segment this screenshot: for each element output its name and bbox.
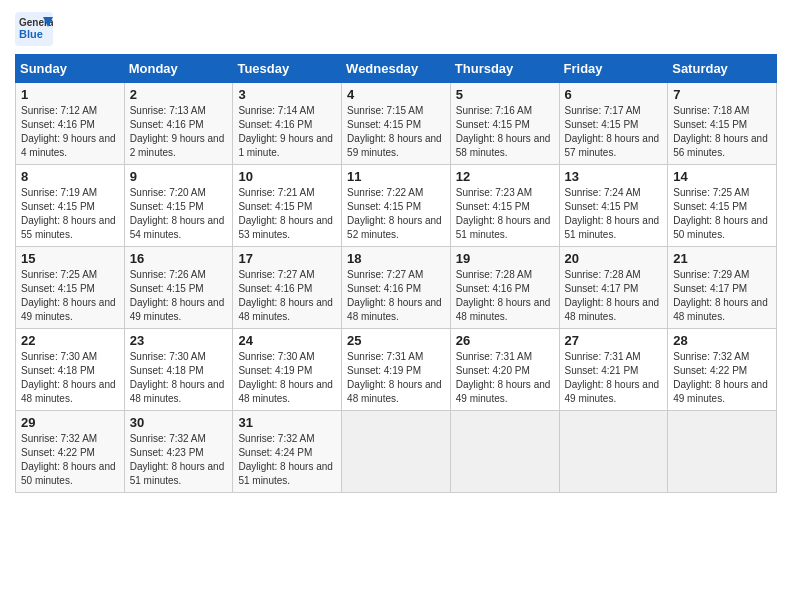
day-number: 24	[238, 333, 336, 348]
calendar-cell: 3Sunrise: 7:14 AMSunset: 4:16 PMDaylight…	[233, 83, 342, 165]
day-number: 19	[456, 251, 554, 266]
day-number: 18	[347, 251, 445, 266]
calendar-cell: 31Sunrise: 7:32 AMSunset: 4:24 PMDayligh…	[233, 411, 342, 493]
calendar-cell	[342, 411, 451, 493]
calendar-cell: 5Sunrise: 7:16 AMSunset: 4:15 PMDaylight…	[450, 83, 559, 165]
day-number: 6	[565, 87, 663, 102]
day-number: 20	[565, 251, 663, 266]
calendar-cell: 16Sunrise: 7:26 AMSunset: 4:15 PMDayligh…	[124, 247, 233, 329]
calendar-cell: 11Sunrise: 7:22 AMSunset: 4:15 PMDayligh…	[342, 165, 451, 247]
day-info: Sunrise: 7:17 AMSunset: 4:15 PMDaylight:…	[565, 104, 663, 160]
day-info: Sunrise: 7:28 AMSunset: 4:17 PMDaylight:…	[565, 268, 663, 324]
day-info: Sunrise: 7:30 AMSunset: 4:19 PMDaylight:…	[238, 350, 336, 406]
day-info: Sunrise: 7:13 AMSunset: 4:16 PMDaylight:…	[130, 104, 228, 160]
day-number: 16	[130, 251, 228, 266]
logo-icon: General Blue	[15, 12, 53, 46]
day-info: Sunrise: 7:27 AMSunset: 4:16 PMDaylight:…	[238, 268, 336, 324]
day-info: Sunrise: 7:15 AMSunset: 4:15 PMDaylight:…	[347, 104, 445, 160]
day-info: Sunrise: 7:29 AMSunset: 4:17 PMDaylight:…	[673, 268, 771, 324]
day-info: Sunrise: 7:26 AMSunset: 4:15 PMDaylight:…	[130, 268, 228, 324]
calendar-cell: 7Sunrise: 7:18 AMSunset: 4:15 PMDaylight…	[668, 83, 777, 165]
calendar-cell: 25Sunrise: 7:31 AMSunset: 4:19 PMDayligh…	[342, 329, 451, 411]
day-info: Sunrise: 7:32 AMSunset: 4:24 PMDaylight:…	[238, 432, 336, 488]
day-info: Sunrise: 7:31 AMSunset: 4:21 PMDaylight:…	[565, 350, 663, 406]
day-number: 3	[238, 87, 336, 102]
day-number: 4	[347, 87, 445, 102]
day-info: Sunrise: 7:28 AMSunset: 4:16 PMDaylight:…	[456, 268, 554, 324]
page-header: General Blue	[15, 10, 777, 46]
calendar-cell: 18Sunrise: 7:27 AMSunset: 4:16 PMDayligh…	[342, 247, 451, 329]
day-number: 29	[21, 415, 119, 430]
day-info: Sunrise: 7:30 AMSunset: 4:18 PMDaylight:…	[21, 350, 119, 406]
calendar-cell: 2Sunrise: 7:13 AMSunset: 4:16 PMDaylight…	[124, 83, 233, 165]
day-number: 21	[673, 251, 771, 266]
day-info: Sunrise: 7:16 AMSunset: 4:15 PMDaylight:…	[456, 104, 554, 160]
calendar-cell: 10Sunrise: 7:21 AMSunset: 4:15 PMDayligh…	[233, 165, 342, 247]
day-number: 14	[673, 169, 771, 184]
calendar-cell	[450, 411, 559, 493]
day-info: Sunrise: 7:21 AMSunset: 4:15 PMDaylight:…	[238, 186, 336, 242]
day-number: 26	[456, 333, 554, 348]
day-info: Sunrise: 7:27 AMSunset: 4:16 PMDaylight:…	[347, 268, 445, 324]
col-friday: Friday	[559, 55, 668, 83]
col-wednesday: Wednesday	[342, 55, 451, 83]
calendar-cell: 6Sunrise: 7:17 AMSunset: 4:15 PMDaylight…	[559, 83, 668, 165]
day-info: Sunrise: 7:12 AMSunset: 4:16 PMDaylight:…	[21, 104, 119, 160]
day-number: 10	[238, 169, 336, 184]
day-info: Sunrise: 7:19 AMSunset: 4:15 PMDaylight:…	[21, 186, 119, 242]
day-info: Sunrise: 7:32 AMSunset: 4:22 PMDaylight:…	[673, 350, 771, 406]
calendar-cell: 29Sunrise: 7:32 AMSunset: 4:22 PMDayligh…	[16, 411, 125, 493]
svg-text:Blue: Blue	[19, 28, 43, 40]
day-number: 11	[347, 169, 445, 184]
day-info: Sunrise: 7:23 AMSunset: 4:15 PMDaylight:…	[456, 186, 554, 242]
calendar-cell: 8Sunrise: 7:19 AMSunset: 4:15 PMDaylight…	[16, 165, 125, 247]
calendar-cell: 24Sunrise: 7:30 AMSunset: 4:19 PMDayligh…	[233, 329, 342, 411]
day-number: 23	[130, 333, 228, 348]
day-info: Sunrise: 7:31 AMSunset: 4:19 PMDaylight:…	[347, 350, 445, 406]
col-thursday: Thursday	[450, 55, 559, 83]
calendar-cell: 21Sunrise: 7:29 AMSunset: 4:17 PMDayligh…	[668, 247, 777, 329]
calendar-cell: 12Sunrise: 7:23 AMSunset: 4:15 PMDayligh…	[450, 165, 559, 247]
calendar-cell: 26Sunrise: 7:31 AMSunset: 4:20 PMDayligh…	[450, 329, 559, 411]
day-number: 9	[130, 169, 228, 184]
day-number: 12	[456, 169, 554, 184]
day-info: Sunrise: 7:18 AMSunset: 4:15 PMDaylight:…	[673, 104, 771, 160]
calendar-cell: 1Sunrise: 7:12 AMSunset: 4:16 PMDaylight…	[16, 83, 125, 165]
col-sunday: Sunday	[16, 55, 125, 83]
calendar-cell: 15Sunrise: 7:25 AMSunset: 4:15 PMDayligh…	[16, 247, 125, 329]
day-number: 8	[21, 169, 119, 184]
calendar-cell: 27Sunrise: 7:31 AMSunset: 4:21 PMDayligh…	[559, 329, 668, 411]
calendar-week-5: 29Sunrise: 7:32 AMSunset: 4:22 PMDayligh…	[16, 411, 777, 493]
calendar-week-2: 8Sunrise: 7:19 AMSunset: 4:15 PMDaylight…	[16, 165, 777, 247]
day-info: Sunrise: 7:22 AMSunset: 4:15 PMDaylight:…	[347, 186, 445, 242]
calendar-table: Sunday Monday Tuesday Wednesday Thursday…	[15, 54, 777, 493]
day-number: 2	[130, 87, 228, 102]
calendar-cell: 23Sunrise: 7:30 AMSunset: 4:18 PMDayligh…	[124, 329, 233, 411]
day-number: 22	[21, 333, 119, 348]
day-info: Sunrise: 7:31 AMSunset: 4:20 PMDaylight:…	[456, 350, 554, 406]
day-info: Sunrise: 7:30 AMSunset: 4:18 PMDaylight:…	[130, 350, 228, 406]
calendar-week-4: 22Sunrise: 7:30 AMSunset: 4:18 PMDayligh…	[16, 329, 777, 411]
day-number: 7	[673, 87, 771, 102]
day-number: 13	[565, 169, 663, 184]
calendar-cell: 9Sunrise: 7:20 AMSunset: 4:15 PMDaylight…	[124, 165, 233, 247]
calendar-cell: 19Sunrise: 7:28 AMSunset: 4:16 PMDayligh…	[450, 247, 559, 329]
day-number: 5	[456, 87, 554, 102]
day-info: Sunrise: 7:25 AMSunset: 4:15 PMDaylight:…	[21, 268, 119, 324]
calendar-cell: 14Sunrise: 7:25 AMSunset: 4:15 PMDayligh…	[668, 165, 777, 247]
day-number: 27	[565, 333, 663, 348]
day-number: 28	[673, 333, 771, 348]
day-number: 25	[347, 333, 445, 348]
calendar-cell: 17Sunrise: 7:27 AMSunset: 4:16 PMDayligh…	[233, 247, 342, 329]
day-info: Sunrise: 7:24 AMSunset: 4:15 PMDaylight:…	[565, 186, 663, 242]
day-number: 30	[130, 415, 228, 430]
day-info: Sunrise: 7:14 AMSunset: 4:16 PMDaylight:…	[238, 104, 336, 160]
day-info: Sunrise: 7:25 AMSunset: 4:15 PMDaylight:…	[673, 186, 771, 242]
logo: General Blue	[15, 10, 53, 46]
calendar-cell: 20Sunrise: 7:28 AMSunset: 4:17 PMDayligh…	[559, 247, 668, 329]
calendar-cell	[668, 411, 777, 493]
day-number: 31	[238, 415, 336, 430]
day-info: Sunrise: 7:20 AMSunset: 4:15 PMDaylight:…	[130, 186, 228, 242]
day-number: 17	[238, 251, 336, 266]
calendar-cell: 4Sunrise: 7:15 AMSunset: 4:15 PMDaylight…	[342, 83, 451, 165]
